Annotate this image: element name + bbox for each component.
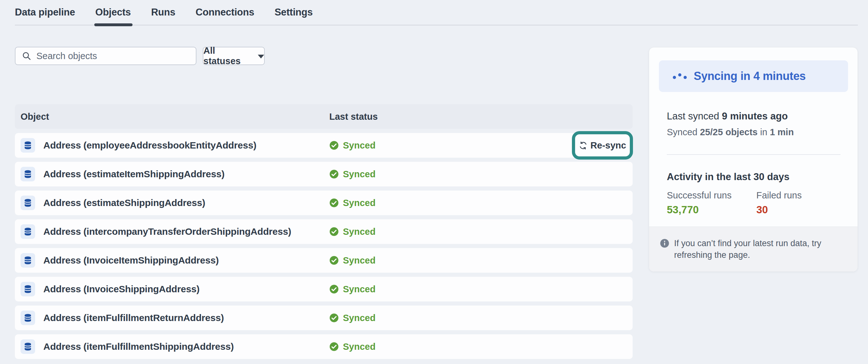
tab-label: Data pipeline [15,7,75,18]
object-name: Address (intercompanyTransferOrderShippi… [43,226,291,237]
database-icon [23,342,33,351]
synced-check-icon [329,198,339,208]
object-name: Address (InvoiceItemShippingAddress) [43,255,219,266]
tab-connections[interactable]: Connections [195,0,254,25]
synced-check-icon [329,313,339,323]
tab-settings[interactable]: Settings [275,0,313,25]
sync-countdown-text: Syncing in 4 minutes [694,69,806,83]
database-icon-badge [21,339,35,354]
table-row[interactable]: Address (estimateShippingAddress) Synced [15,191,633,215]
object-cell: Address (estimateShippingAddress) [21,196,329,210]
successful-runs-stat: Successful runs 53,770 [667,190,732,216]
object-name: Address (employeeAddressbookEntityAddres… [43,140,256,151]
object-name: Address (InvoiceShippingAddress) [43,284,199,295]
synced-check-icon [329,169,339,179]
database-icon [23,256,33,265]
synced-check-icon [329,227,339,236]
status-cell: Synced [329,169,633,179]
syncing-dots-icon [673,74,687,78]
status-label: Synced [343,255,375,266]
status-cell: Synced [329,255,633,266]
database-icon-badge [21,310,35,325]
table-row[interactable]: Address (InvoiceItemShippingAddress) Syn… [15,248,633,273]
object-name: Address (estimateShippingAddress) [43,197,205,208]
status-filter-dropdown[interactable]: All statuses [203,47,265,65]
synced-duration-value: 1 min [770,127,794,137]
synced-check-icon [329,342,339,351]
tab-bar: Data pipeline Objects Runs Connections S… [15,0,858,26]
database-icon [23,169,33,179]
status-filter-label: All statuses [204,45,253,66]
successful-runs-label: Successful runs [667,190,732,201]
tab-objects[interactable]: Objects [95,0,131,25]
table-header: Object Last status [15,104,633,129]
database-icon-badge [21,138,35,153]
table-row[interactable]: Address (estimateItemShippingAddress) Sy… [15,162,633,187]
database-icon-badge [21,253,35,268]
filter-controls: All statuses [15,47,265,65]
database-icon-badge [21,282,35,296]
object-cell: Address (InvoiceShippingAddress) [21,282,329,296]
object-name: Address (itemFulfillmentReturnAddress) [43,312,224,323]
last-synced-value: 9 minutes ago [722,110,788,122]
card-divider [667,154,840,155]
database-icon-badge [21,224,35,239]
card-footer-note: If you can’t find your latest run data, … [649,227,858,271]
object-cell: Address (employeeAddressbookEntityAddres… [21,138,329,153]
status-cell: Synced [329,227,633,237]
table-row[interactable]: Address (employeeAddressbookEntityAddres… [15,133,633,158]
objects-table: Object Last status Address (employeeAddr… [15,104,633,363]
search-icon [22,51,31,61]
object-cell: Address (InvoiceItemShippingAddress) [21,253,329,268]
status-cell: Synced [329,313,633,323]
tab-label: Connections [195,7,254,18]
object-table-body: Address (employeeAddressbookEntityAddres… [15,133,633,359]
synced-check-icon [329,141,339,150]
failed-runs-value: 30 [756,204,802,216]
footer-note-text: If you can’t find your latest run data, … [674,238,837,271]
synced-check-icon [329,256,339,265]
tab-runs[interactable]: Runs [151,0,176,25]
database-icon [23,285,33,294]
database-icon-badge [21,196,35,210]
tab-data-pipeline[interactable]: Data pipeline [15,0,75,25]
table-row[interactable]: Address (itemFulfillmentReturnAddress) S… [15,305,633,330]
column-header-last-status: Last status [329,111,633,122]
status-label: Synced [343,284,375,295]
table-row[interactable]: Address (intercompanyTransferOrderShippi… [15,219,633,244]
status-label: Synced [343,140,375,151]
successful-runs-value: 53,770 [667,204,732,216]
status-cell: Synced [329,198,633,208]
object-name: Address (estimateItemShippingAddress) [43,169,225,179]
refresh-icon [579,141,587,150]
failed-runs-stat: Failed runs 30 [756,190,802,216]
object-name: Address (itemFulfillmentShippingAddress) [43,341,234,352]
table-row[interactable]: Address (InvoiceShippingAddress) Synced [15,277,633,301]
object-cell: Address (intercompanyTransferOrderShippi… [21,224,329,239]
resync-highlight-box[interactable]: Re-sync [572,131,633,160]
object-cell: Address (estimateItemShippingAddress) [21,167,329,181]
column-header-object: Object [21,111,329,122]
tab-label: Runs [151,7,176,18]
status-label: Synced [343,341,375,352]
object-cell: Address (itemFulfillmentReturnAddress) [21,310,329,325]
failed-runs-label: Failed runs [756,190,802,201]
status-label: Synced [343,169,375,179]
database-icon [23,198,33,208]
sync-countdown-banner: Syncing in 4 minutes [659,60,848,92]
status-cell: Synced [329,341,633,352]
sync-status-card: Syncing in 4 minutes Last synced 9 minut… [649,47,858,272]
database-icon [23,141,33,150]
synced-check-icon [329,285,339,294]
status-label: Synced [343,227,375,237]
search-objects-box [15,47,196,65]
database-icon-badge [21,167,35,181]
tab-label: Settings [275,7,313,18]
synced-summary-text: Synced 25/25 objects in 1 min [667,127,794,137]
database-icon [23,227,33,236]
status-cell: Synced [329,284,633,295]
table-row[interactable]: Address (itemFulfillmentShippingAddress)… [15,334,633,359]
status-label: Synced [343,198,375,208]
resync-label: Re-sync [591,140,626,151]
search-input[interactable] [36,51,188,61]
